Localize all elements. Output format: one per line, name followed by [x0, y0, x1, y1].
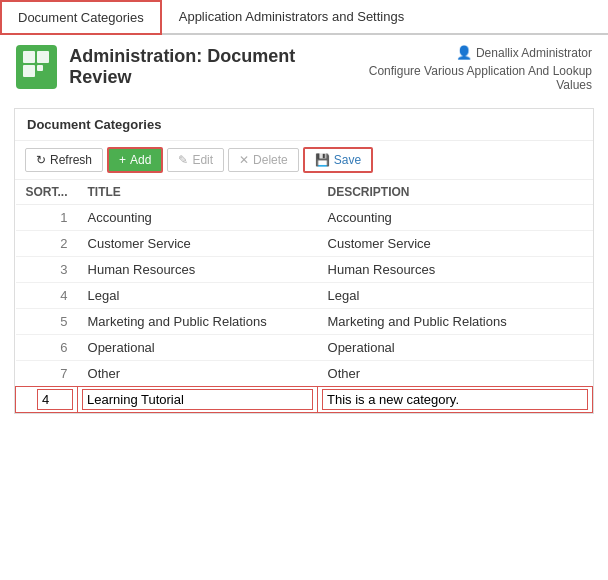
col-title: TITLE	[78, 180, 318, 205]
x-icon: ✕	[239, 153, 249, 167]
edit-button[interactable]: ✎ Edit	[167, 148, 224, 172]
row-description: Operational	[318, 335, 593, 361]
row-sort: 7	[16, 361, 78, 387]
save-button[interactable]: 💾 Save	[303, 147, 373, 173]
row-sort: 2	[16, 231, 78, 257]
row-title: Marketing and Public Relations	[78, 309, 318, 335]
row-sort: 1	[16, 205, 78, 231]
row-sort: 4	[16, 283, 78, 309]
svg-rect-1	[37, 51, 49, 63]
row-title: Legal	[78, 283, 318, 309]
user-icon	[456, 45, 472, 60]
toolbar: ↻ Refresh + Add ✎ Edit ✕ Delete 💾 Save	[15, 141, 593, 180]
row-description: Customer Service	[318, 231, 593, 257]
table-row[interactable]: 4 Legal Legal	[16, 283, 593, 309]
table-row[interactable]: 1 Accounting Accounting	[16, 205, 593, 231]
edit-sort-cell[interactable]	[16, 387, 78, 413]
svg-rect-0	[23, 51, 35, 63]
row-title: Customer Service	[78, 231, 318, 257]
save-icon: 💾	[315, 153, 330, 167]
add-button[interactable]: + Add	[107, 147, 163, 173]
table-header-row: SORT... TITLE DESCRIPTION	[16, 180, 593, 205]
row-description: Accounting	[318, 205, 593, 231]
table-row[interactable]: 6 Operational Operational	[16, 335, 593, 361]
save-label: Save	[334, 153, 361, 167]
delete-button[interactable]: ✕ Delete	[228, 148, 299, 172]
add-label: Add	[130, 153, 151, 167]
user-info: Denallix Administrator	[345, 45, 592, 60]
table-row[interactable]: 5 Marketing and Public Relations Marketi…	[16, 309, 593, 335]
delete-label: Delete	[253, 153, 288, 167]
edit-sort-input[interactable]	[37, 389, 73, 410]
refresh-icon: ↻	[36, 153, 46, 167]
edit-description-cell[interactable]	[318, 387, 593, 413]
row-title: Other	[78, 361, 318, 387]
edit-row[interactable]	[16, 387, 593, 413]
header-left: Administration: Document Review	[16, 45, 345, 89]
page-title: Administration: Document Review	[69, 46, 344, 88]
categories-table-wrap: SORT... TITLE DESCRIPTION 1 Accounting A…	[15, 180, 593, 413]
table-row[interactable]: 3 Human Resources Human Resources	[16, 257, 593, 283]
pencil-icon: ✎	[178, 153, 188, 167]
categories-table: SORT... TITLE DESCRIPTION 1 Accounting A…	[15, 180, 593, 413]
page-header: Administration: Document Review Denallix…	[0, 35, 608, 98]
plus-icon: +	[119, 153, 126, 167]
row-description: Marketing and Public Relations	[318, 309, 593, 335]
logo-text	[21, 49, 53, 86]
document-categories-panel: Document Categories ↻ Refresh + Add ✎ Ed…	[14, 108, 594, 414]
edit-description-input[interactable]	[322, 389, 588, 410]
tab-document-categories[interactable]: Document Categories	[0, 0, 162, 35]
tab-app-admin[interactable]: Application Administrators and Settings	[162, 0, 421, 33]
col-sort: SORT...	[16, 180, 78, 205]
table-row[interactable]: 2 Customer Service Customer Service	[16, 231, 593, 257]
row-sort: 3	[16, 257, 78, 283]
header-right: Denallix Administrator Configure Various…	[345, 45, 592, 92]
row-title: Human Resources	[78, 257, 318, 283]
edit-title-cell[interactable]	[78, 387, 318, 413]
svg-rect-3	[37, 65, 43, 71]
row-description: Other	[318, 361, 593, 387]
user-name: Denallix Administrator	[476, 46, 592, 60]
panel-title: Document Categories	[15, 109, 593, 141]
svg-rect-2	[23, 65, 35, 77]
col-description: DESCRIPTION	[318, 180, 593, 205]
row-title: Operational	[78, 335, 318, 361]
row-sort: 5	[16, 309, 78, 335]
k2-logo	[16, 45, 57, 89]
edit-label: Edit	[192, 153, 213, 167]
row-title: Accounting	[78, 205, 318, 231]
tab-bar: Document Categories Application Administ…	[0, 0, 608, 35]
configure-text: Configure Various Application And Lookup…	[345, 64, 592, 92]
row-description: Legal	[318, 283, 593, 309]
table-row[interactable]: 7 Other Other	[16, 361, 593, 387]
row-sort: 6	[16, 335, 78, 361]
refresh-label: Refresh	[50, 153, 92, 167]
refresh-button[interactable]: ↻ Refresh	[25, 148, 103, 172]
edit-title-input[interactable]	[82, 389, 313, 410]
row-description: Human Resources	[318, 257, 593, 283]
